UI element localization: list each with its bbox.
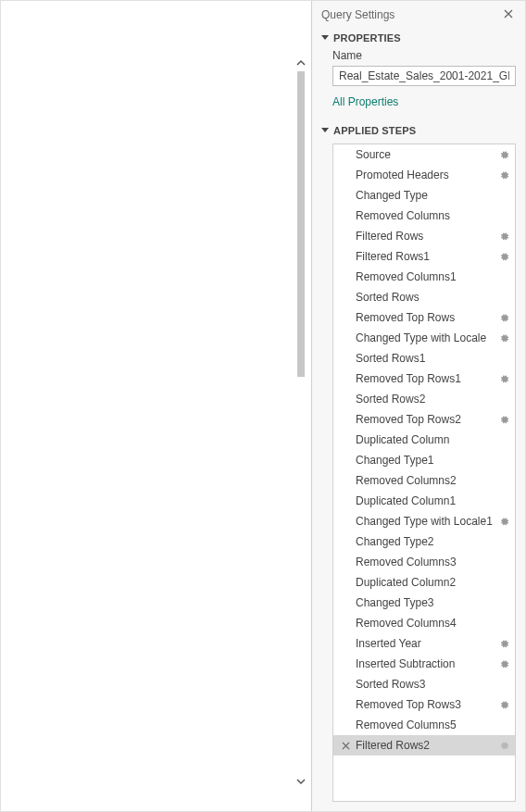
properties-section-header[interactable]: PROPERTIES bbox=[321, 29, 516, 47]
applied-step-label: Duplicated Column bbox=[352, 433, 496, 446]
gear-icon[interactable] bbox=[496, 374, 511, 384]
gear-icon[interactable] bbox=[496, 252, 511, 262]
applied-steps-list: SourcePromoted HeadersChanged TypeRemove… bbox=[332, 144, 516, 802]
applied-step-label: Changed Type1 bbox=[352, 454, 496, 467]
gear-icon[interactable] bbox=[496, 313, 511, 323]
gear-icon[interactable] bbox=[496, 170, 511, 181]
applied-step[interactable]: Changed Type1 bbox=[333, 450, 515, 470]
applied-step[interactable]: Sorted Rows bbox=[333, 287, 515, 307]
close-icon[interactable] bbox=[503, 8, 516, 21]
applied-step-label: Removed Columns1 bbox=[352, 270, 496, 283]
applied-step-label: Changed Type2 bbox=[352, 535, 496, 548]
applied-step[interactable]: Removed Columns bbox=[333, 206, 515, 226]
applied-step-label: Removed Columns4 bbox=[352, 617, 496, 630]
applied-step[interactable]: Sorted Rows1 bbox=[333, 348, 515, 369]
applied-step[interactable]: Changed Type3 bbox=[333, 593, 515, 613]
applied-steps-section-header[interactable]: APPLIED STEPS bbox=[321, 121, 516, 140]
applied-step[interactable]: Inserted Subtraction bbox=[333, 654, 515, 674]
applied-step[interactable]: Removed Columns5 bbox=[333, 715, 515, 735]
applied-step[interactable]: Removed Columns1 bbox=[333, 267, 515, 287]
all-properties-link[interactable]: All Properties bbox=[332, 95, 516, 108]
applied-step-label: Removed Top Rows1 bbox=[352, 372, 496, 385]
applied-step[interactable]: Promoted Headers bbox=[333, 165, 515, 185]
applied-step-label: Inserted Subtraction bbox=[352, 657, 496, 670]
applied-step-label: Changed Type with Locale bbox=[352, 331, 496, 344]
applied-step[interactable]: Duplicated Column bbox=[333, 430, 515, 450]
collapse-icon bbox=[321, 35, 329, 40]
applied-step[interactable]: Changed Type with Locale bbox=[333, 328, 515, 348]
applied-step-label: Sorted Rows bbox=[352, 291, 496, 304]
scroll-track[interactable] bbox=[294, 69, 307, 775]
main-content-pane bbox=[1, 1, 312, 811]
gear-icon[interactable] bbox=[496, 415, 511, 425]
applied-step-label: Duplicated Column2 bbox=[352, 576, 496, 589]
gear-icon[interactable] bbox=[496, 333, 511, 344]
applied-step-label: Source bbox=[352, 148, 496, 161]
gear-icon[interactable] bbox=[496, 741, 511, 751]
gear-icon[interactable] bbox=[496, 700, 511, 710]
scroll-thumb[interactable] bbox=[297, 71, 305, 377]
applied-step[interactable]: Removed Top Rows2 bbox=[333, 409, 515, 430]
delete-step-icon[interactable] bbox=[339, 742, 352, 750]
applied-step-label: Duplicated Column1 bbox=[352, 494, 496, 507]
applied-step-label: Removed Top Rows2 bbox=[352, 413, 496, 426]
applied-step[interactable]: Changed Type2 bbox=[333, 531, 515, 552]
applied-step-label: Removed Columns2 bbox=[352, 474, 496, 487]
applied-step[interactable]: Filtered Rows2 bbox=[333, 735, 515, 756]
applied-step[interactable]: Removed Columns3 bbox=[333, 552, 515, 572]
applied-step[interactable]: Removed Top Rows bbox=[333, 307, 515, 328]
applied-step[interactable]: Removed Columns4 bbox=[333, 613, 515, 633]
applied-step-label: Promoted Headers bbox=[352, 169, 496, 181]
applied-step[interactable]: Changed Type with Locale1 bbox=[333, 511, 515, 531]
applied-step[interactable]: Changed Type bbox=[333, 185, 515, 206]
scroll-down-arrow[interactable] bbox=[294, 775, 307, 788]
applied-step-label: Removed Columns3 bbox=[352, 556, 496, 568]
gear-icon[interactable] bbox=[496, 659, 511, 669]
applied-step-label: Sorted Rows1 bbox=[352, 352, 496, 365]
query-name-input[interactable] bbox=[332, 66, 516, 86]
collapse-icon bbox=[321, 128, 329, 132]
panel-title: Query Settings bbox=[321, 8, 503, 21]
applied-step[interactable]: Filtered Rows bbox=[333, 226, 515, 246]
applied-step-label: Sorted Rows2 bbox=[352, 393, 496, 406]
applied-step[interactable]: Inserted Year bbox=[333, 633, 515, 654]
applied-step-label: Changed Type bbox=[352, 189, 496, 202]
applied-step[interactable]: Sorted Rows3 bbox=[333, 674, 515, 694]
applied-step[interactable]: Removed Top Rows1 bbox=[333, 369, 515, 389]
applied-step-label: Removed Top Rows3 bbox=[352, 698, 496, 711]
applied-step-label: Filtered Rows bbox=[352, 230, 496, 243]
applied-step[interactable]: Filtered Rows1 bbox=[333, 246, 515, 267]
applied-step-label: Inserted Year bbox=[352, 637, 496, 650]
applied-step[interactable]: Source bbox=[333, 144, 515, 165]
name-field-label: Name bbox=[332, 47, 516, 66]
scroll-up-arrow[interactable] bbox=[294, 56, 307, 69]
applied-step-label: Changed Type with Locale1 bbox=[352, 515, 496, 528]
applied-step-label: Removed Columns bbox=[352, 209, 496, 222]
applied-step-label: Removed Top Rows bbox=[352, 311, 496, 324]
applied-step[interactable]: Removed Top Rows3 bbox=[333, 694, 515, 715]
gear-icon[interactable] bbox=[496, 150, 511, 160]
applied-step[interactable]: Removed Columns2 bbox=[333, 470, 515, 491]
applied-step-label: Changed Type3 bbox=[352, 596, 496, 609]
applied-step-label: Filtered Rows1 bbox=[352, 250, 496, 263]
gear-icon[interactable] bbox=[496, 517, 511, 527]
applied-step[interactable]: Duplicated Column2 bbox=[333, 572, 515, 593]
properties-section-label: PROPERTIES bbox=[333, 32, 401, 44]
gear-icon[interactable] bbox=[496, 231, 511, 242]
applied-step-label: Sorted Rows3 bbox=[352, 678, 496, 691]
applied-step[interactable]: Duplicated Column1 bbox=[333, 491, 515, 511]
vertical-scrollbar[interactable] bbox=[294, 56, 307, 788]
applied-step-label: Filtered Rows2 bbox=[352, 739, 496, 752]
applied-step[interactable]: Sorted Rows2 bbox=[333, 389, 515, 409]
applied-step-label: Removed Columns5 bbox=[352, 718, 496, 731]
gear-icon[interactable] bbox=[496, 639, 511, 649]
applied-steps-section-label: APPLIED STEPS bbox=[333, 125, 416, 136]
query-settings-panel: Query Settings PROPERTIES Name All Prope… bbox=[312, 1, 525, 811]
